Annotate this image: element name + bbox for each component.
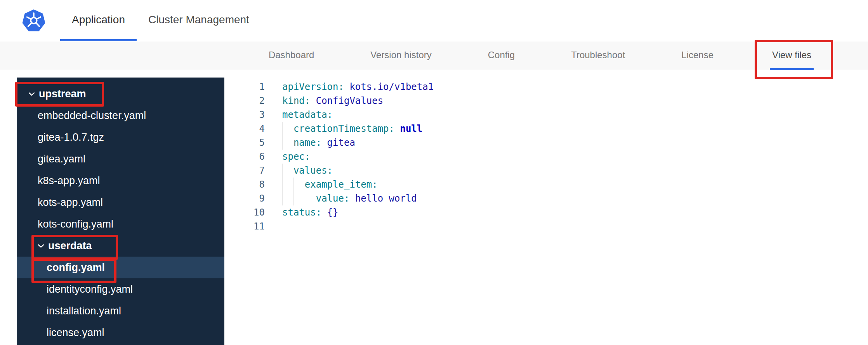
code-line: 1apiVersion: kots.io/v1beta1 xyxy=(224,80,868,94)
code-token-plain xyxy=(349,193,355,204)
file-tree: upstreamembedded-cluster.yamlgitea-1.0.7… xyxy=(17,78,224,345)
tree-item-label: installation.yaml xyxy=(47,305,121,317)
tree-item-label: identityconfig.yaml xyxy=(47,283,133,295)
subnav-item-license[interactable]: License xyxy=(681,41,713,70)
tree-file-kots-app-yaml[interactable]: kots-app.yaml xyxy=(17,191,224,213)
code-token-key: value: xyxy=(316,193,350,204)
code-token-key: metadata: xyxy=(282,109,333,120)
subnav-item-troubleshoot[interactable]: Troubleshoot xyxy=(571,41,625,70)
subnav: DashboardVersion historyConfigTroublesho… xyxy=(0,41,868,70)
code-token-key: example_item: xyxy=(305,179,378,190)
code-line: 9 value: hello world xyxy=(224,191,868,205)
topbar: ApplicationCluster Management xyxy=(0,0,868,41)
code-text: apiVersion: kots.io/v1beta1 xyxy=(282,80,434,94)
code-text: example_item: xyxy=(282,178,378,191)
tree-folder-userdata[interactable]: userdata xyxy=(17,235,224,257)
subnav-item-config[interactable]: Config xyxy=(488,41,515,70)
code-text: status: {} xyxy=(282,205,339,219)
line-number: 7 xyxy=(224,164,265,178)
code-text: value: hello world xyxy=(282,191,417,205)
tree-item-label: kots-app.yaml xyxy=(38,197,103,209)
line-number: 9 xyxy=(224,191,265,205)
tree-item-label: config.yaml xyxy=(47,262,105,274)
tree-item-label: license.yaml xyxy=(47,327,104,339)
code-token-value: kots.io/v1beta1 xyxy=(349,81,434,92)
tree-folder-upstream[interactable]: upstream xyxy=(17,83,224,105)
code-line: 8 example_item: xyxy=(224,178,868,191)
line-number: 6 xyxy=(224,150,265,164)
code-token-key: values: xyxy=(293,165,333,176)
code-text: kind: ConfigValues xyxy=(282,94,383,108)
tree-file-kots-config-yaml[interactable]: kots-config.yaml xyxy=(17,213,224,235)
chevron-down-icon xyxy=(38,244,44,248)
tree-file-k8s-app-yaml[interactable]: k8s-app.yaml xyxy=(17,170,224,191)
line-number: 11 xyxy=(224,219,265,233)
tree-file-license-yaml[interactable]: license.yaml xyxy=(17,322,224,343)
code-editor: 1apiVersion: kots.io/v1beta12kind: Confi… xyxy=(224,78,868,345)
kubernetes-helm-icon xyxy=(22,9,45,32)
code-line: 3metadata: xyxy=(224,108,868,122)
tree-item-label: gitea.yaml xyxy=(38,153,85,165)
code-token-plain xyxy=(344,81,349,92)
code-token-null: null xyxy=(400,123,422,134)
line-number: 1 xyxy=(224,80,265,94)
code-token-key: status: xyxy=(282,207,321,218)
tree-item-label: userdata xyxy=(48,240,92,252)
code-token-value: ConfigValues xyxy=(316,95,383,106)
line-number: 3 xyxy=(224,108,265,122)
code-line: 11 xyxy=(224,219,868,233)
code-token-plain xyxy=(321,207,327,218)
code-token-key: name: xyxy=(293,137,321,148)
tree-item-label: k8s-app.yaml xyxy=(38,175,100,187)
code-token-value: hello world xyxy=(355,193,417,204)
code-token-key: creationTimestamp: xyxy=(293,123,394,134)
line-number: 5 xyxy=(224,136,265,150)
tree-file-identityconfig-yaml[interactable]: identityconfig.yaml xyxy=(17,278,224,300)
subnav-item-version-history[interactable]: Version history xyxy=(370,41,431,70)
tree-item-label: kots-config.yaml xyxy=(38,218,113,230)
chevron-down-icon xyxy=(28,92,35,96)
code-token-plain xyxy=(321,137,327,148)
line-number: 2 xyxy=(224,94,265,108)
topnav-tab-application[interactable]: Application xyxy=(60,0,137,41)
code-token-plain xyxy=(394,123,400,134)
code-line: 2kind: ConfigValues xyxy=(224,94,868,108)
tree-file-gitea-1-0-7-tgz[interactable]: gitea-1.0.7.tgz xyxy=(17,126,224,148)
code-text: creationTimestamp: null xyxy=(282,122,422,136)
tree-file-config-yaml[interactable]: config.yaml xyxy=(17,257,224,278)
line-number: 8 xyxy=(224,178,265,191)
code-line: 7 values: xyxy=(224,164,868,178)
code-token-value: {} xyxy=(327,207,339,218)
topnav-tab-cluster-management[interactable]: Cluster Management xyxy=(137,0,261,41)
subnav-item-dashboard[interactable]: Dashboard xyxy=(269,41,314,70)
code-text: metadata: xyxy=(282,108,333,122)
code-token-key: kind: xyxy=(282,95,310,106)
code-token-value: gitea xyxy=(327,137,355,148)
code-text: spec: xyxy=(282,150,310,164)
line-number: 4 xyxy=(224,122,265,136)
code-line: 4 creationTimestamp: null xyxy=(224,122,868,136)
tree-file-installation-yaml[interactable]: installation.yaml xyxy=(17,300,224,322)
subnav-item-view-files[interactable]: View files xyxy=(770,41,814,70)
code-line: 6spec: xyxy=(224,150,868,164)
tree-file-gitea-yaml[interactable]: gitea.yaml xyxy=(17,148,224,170)
code-line: 5 name: gitea xyxy=(224,136,868,150)
topnav-tabs: ApplicationCluster Management xyxy=(60,0,261,41)
tree-item-label: gitea-1.0.7.tgz xyxy=(38,131,104,143)
code-line: 10status: {} xyxy=(224,205,868,219)
code-text: name: gitea xyxy=(282,136,355,150)
tree-item-label: upstream xyxy=(39,88,86,100)
code-text: values: xyxy=(282,164,333,178)
code-token-key: apiVersion: xyxy=(282,81,344,92)
kubernetes-logo xyxy=(22,9,45,32)
code-token-key: spec: xyxy=(282,151,310,162)
code-token-plain xyxy=(310,95,316,106)
line-number: 10 xyxy=(224,205,265,219)
tree-item-label: embedded-cluster.yaml xyxy=(38,110,146,122)
tree-file-embedded-cluster-yaml[interactable]: embedded-cluster.yaml xyxy=(17,105,224,126)
